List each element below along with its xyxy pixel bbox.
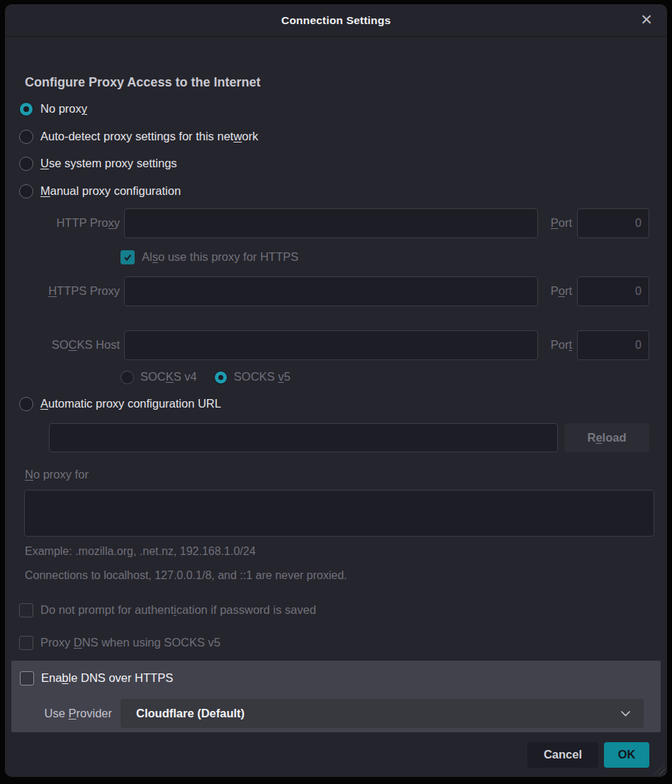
socks-port-label: Port [544, 338, 572, 352]
auto-url-input-row: Reload [19, 423, 649, 452]
autoconfig-url-input[interactable] [49, 423, 558, 452]
http-port-input[interactable] [577, 208, 649, 238]
socks-host-input[interactable] [124, 330, 538, 360]
auto-detect-label: Auto-detect proxy settings for this netw… [40, 130, 258, 144]
use-provider-label: Use Provider [20, 707, 112, 721]
dialog-title: Connection Settings [281, 14, 391, 27]
manual-proxy-label: Manual proxy configuration [40, 184, 181, 198]
https-proxy-row: HTTPS Proxy Port [19, 276, 649, 306]
radio-row-system-proxy[interactable]: Use system proxy settings [19, 150, 649, 178]
ok-button[interactable]: OK [604, 742, 649, 768]
socks-port-input[interactable] [577, 330, 649, 360]
http-proxy-row: HTTP Proxy Port [19, 208, 649, 238]
enable-doh-label: Enable DNS over HTTPS [41, 671, 173, 685]
dns-provider-value: Cloudflare (Default) [136, 707, 620, 720]
http-proxy-input[interactable] [124, 208, 538, 238]
also-https-checkbox[interactable] [121, 250, 135, 264]
no-proxy-label: No proxy [40, 102, 87, 116]
auto-url-label: Automatic proxy configuration URL [40, 397, 221, 411]
radio-row-auto-detect[interactable]: Auto-detect proxy settings for this netw… [19, 123, 649, 151]
socks-v5-label: SOCKS v5 [234, 370, 291, 384]
no-auth-prompt-row[interactable]: Do not prompt for authentication if pass… [19, 601, 649, 620]
socks-v4-radio[interactable] [121, 371, 134, 384]
close-icon[interactable]: ✕ [637, 11, 656, 30]
proxy-mode-radio-group: No proxy Auto-detect proxy settings for … [19, 96, 649, 205]
dns-provider-select[interactable]: Cloudflare (Default) [121, 699, 644, 728]
no-auth-prompt-label: Do not prompt for authentication if pass… [40, 603, 316, 617]
dialog-titlebar: Connection Settings ✕ [5, 4, 667, 37]
no-auth-prompt-checkbox[interactable] [19, 603, 33, 617]
radio-row-auto-url[interactable]: Automatic proxy configuration URL [19, 391, 649, 418]
socks-host-label: SOCKS Host [19, 338, 120, 352]
socks-version-row: SOCKS v4 SOCKS v5 [121, 369, 649, 386]
system-proxy-radio[interactable] [19, 157, 33, 171]
dialog-content: Configure Proxy Access to the Internet N… [5, 37, 667, 653]
chevron-down-icon [620, 710, 631, 717]
enable-doh-checkbox[interactable] [20, 671, 34, 685]
auto-url-radio[interactable] [19, 397, 33, 411]
no-proxy-for-label: No proxy for [25, 467, 649, 483]
enable-doh-row[interactable]: Enable DNS over HTTPS [20, 669, 644, 688]
http-port-label: Port [544, 216, 572, 230]
connection-settings-dialog: Connection Settings ✕ Configure Proxy Ac… [5, 4, 667, 777]
radio-row-manual-proxy[interactable]: Manual proxy configuration [19, 178, 649, 206]
radio-row-no-proxy[interactable]: No proxy [19, 96, 649, 123]
check-icon [123, 252, 133, 262]
socks-host-row: SOCKS Host Port [19, 330, 649, 360]
auto-detect-radio[interactable] [19, 130, 33, 144]
provider-row: Use Provider Cloudflare (Default) [20, 699, 644, 728]
https-proxy-input[interactable] [124, 276, 538, 306]
system-proxy-label: Use system proxy settings [40, 157, 177, 171]
socks-v4-label: SOCKS v4 [140, 370, 197, 384]
proxy-dns-row[interactable]: Proxy DNS when using SOCKS v5 [19, 634, 649, 652]
example-text: Example: .mozilla.org, .net.nz, 192.168.… [25, 544, 649, 559]
manual-proxy-radio[interactable] [19, 184, 33, 198]
https-proxy-label: HTTPS Proxy [19, 284, 120, 298]
also-https-label: Also use this proxy for HTTPS [142, 250, 298, 264]
dialog-footer: Cancel OK [5, 732, 667, 777]
doh-highlighted-section: Enable DNS over HTTPS Use Provider Cloud… [11, 661, 661, 732]
https-port-input[interactable] [577, 276, 649, 306]
no-proxy-for-textarea[interactable] [24, 490, 654, 537]
https-port-label: Port [544, 284, 572, 298]
http-proxy-label: HTTP Proxy [19, 216, 120, 230]
proxy-dns-checkbox[interactable] [19, 636, 33, 650]
no-proxy-radio[interactable] [19, 102, 33, 116]
localhost-note: Connections to localhost, 127.0.0.1/8, a… [25, 569, 649, 583]
reload-button[interactable]: Reload [564, 423, 649, 452]
socks-v5-radio[interactable] [214, 371, 228, 384]
page-title: Configure Proxy Access to the Internet [25, 75, 649, 90]
also-https-row[interactable]: Also use this proxy for HTTPS [121, 248, 649, 267]
proxy-dns-label: Proxy DNS when using SOCKS v5 [40, 636, 220, 650]
cancel-button[interactable]: Cancel [527, 742, 598, 768]
